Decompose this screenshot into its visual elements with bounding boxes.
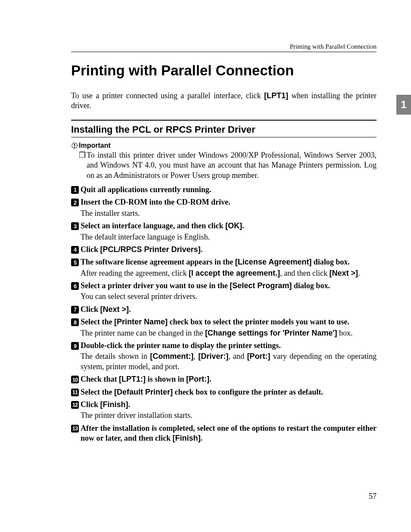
important-icon (71, 142, 78, 149)
step-title: Click [PCL/RPCS Printer Drivers]. (81, 245, 377, 255)
step-text: . (201, 434, 203, 442)
step-number-icon: 13 (71, 425, 79, 432)
running-rule (71, 52, 377, 52)
step-4: 4 Click [PCL/RPCS Printer Drivers]. (71, 245, 377, 255)
step-text: The details shown in (81, 352, 150, 361)
step-title: Select a printer driver you want to use … (81, 281, 377, 291)
step-7: 7 Click [Next >]. (71, 305, 377, 314)
section-heading: Installing the PCL or RPCS Printer Drive… (71, 124, 377, 135)
step-number-icon: 4 (71, 246, 79, 254)
license-agreement-label: [License Agreement] (235, 258, 311, 266)
bullet-icon: ❒ (79, 150, 87, 180)
step-number-icon: 11 (71, 389, 79, 396)
step-text: After reading the agreement, click (81, 269, 189, 277)
important-heading: Important (71, 142, 377, 149)
svg-rect-2 (74, 146, 75, 147)
step-body: The details shown in [Comment:], [Driver… (81, 352, 377, 372)
step-text: The printer name can be changed in the (81, 329, 205, 337)
step-title: Click [Next >]. (81, 305, 377, 314)
step-title: Insert the CD-ROM into the CD-ROM drive. (81, 197, 377, 207)
default-printer-label: [Default Printer] (114, 388, 173, 396)
accept-agreement-label: [I accept the agreement.] (189, 269, 280, 277)
lpt1-label: [LPT1:] (119, 375, 146, 383)
printer-name-label: [Printer Name] (114, 317, 168, 326)
step-text: dialog box. (311, 258, 350, 266)
svg-rect-1 (74, 144, 75, 146)
step-number-icon: 1 (71, 186, 79, 194)
step-title: After the installation is completed, sel… (81, 423, 377, 444)
step-title: Select the [Printer Name] check box to s… (81, 317, 377, 327)
step-text: . (209, 375, 212, 383)
step-text: Select an interface language, and then c… (81, 221, 225, 230)
step-title: Quit all applications currently running. (81, 185, 377, 195)
step-text: . (242, 221, 244, 230)
step-body: The printer driver installation starts. (81, 411, 377, 420)
step-number-icon: 8 (71, 318, 79, 326)
step-text: . (358, 269, 360, 277)
step-text: . (129, 305, 131, 314)
step-title: Select an interface language, and then c… (81, 221, 377, 231)
step-9: 9 Double-click the printer name to displ… (71, 341, 377, 372)
step-title: Select the [Default Printer] check box t… (81, 387, 377, 397)
step-text: check box to select the printer models y… (168, 317, 349, 326)
step-text: Click (81, 400, 100, 409)
next-label: [Next >] (100, 305, 129, 314)
step-number-icon: 2 (71, 199, 79, 206)
lpt1-label: [LPT1] (264, 91, 288, 100)
page-number: 57 (369, 492, 377, 501)
important-body: ❒ To install this printer driver under W… (79, 150, 377, 180)
step-12: 12 Click [Finish]. The printer driver in… (71, 400, 377, 421)
step-body: The default interface language is Englis… (81, 232, 377, 242)
step-body: You can select several printer drivers. (81, 292, 377, 302)
step-text: Click (81, 245, 100, 254)
step-text: . (201, 245, 203, 254)
step-number-icon: 12 (71, 401, 79, 409)
step-text: After the installation is completed, sel… (81, 424, 377, 442)
chapter-tab: 1 (396, 95, 411, 115)
step-text: Select a printer driver you want to use … (81, 281, 230, 290)
step-text: , and then click (280, 269, 329, 277)
step-title: Click [Finish]. (81, 400, 377, 410)
step-title: The software license agreement appears i… (81, 257, 377, 267)
select-program-label: [Select Program] (230, 281, 292, 290)
step-text: . (128, 400, 131, 409)
step-11: 11 Select the [Default Printer] check bo… (71, 387, 377, 397)
important-text: To install this printer driver under Win… (87, 150, 377, 180)
page-title: Printing with Parallel Connection (71, 62, 377, 79)
step-10: 10 Check that [LPT1:] is shown in [Port:… (71, 374, 377, 384)
finish-label: [Finish] (173, 434, 201, 442)
step-13: 13 After the installation is completed, … (71, 423, 377, 444)
step-number-icon: 6 (71, 282, 79, 290)
important-label: Important (79, 142, 111, 149)
step-number-icon: 9 (71, 342, 79, 350)
comment-label: [Comment:] (150, 352, 193, 361)
step-text: , and (228, 352, 247, 361)
step-1: 1 Quit all applications currently runnin… (71, 185, 377, 195)
driver-label: [Driver:] (198, 352, 228, 361)
step-5: 5 The software license agreement appears… (71, 257, 377, 278)
step-text: box. (337, 329, 352, 337)
ok-label: [OK] (225, 221, 242, 230)
next-label: [Next >] (329, 269, 358, 277)
step-text: Check that (81, 375, 119, 383)
step-text: is shown in (146, 375, 186, 383)
section-rule-top (71, 120, 377, 121)
step-text: check box to configure the printer as de… (173, 388, 323, 396)
step-text: The software license agreement appears i… (81, 258, 235, 266)
step-number-icon: 7 (71, 306, 79, 314)
step-body: After reading the agreement, click [I ac… (81, 268, 377, 278)
intro-paragraph: To use a printer connected using a paral… (71, 91, 377, 111)
step-body: The printer name can be changed in the [… (81, 328, 377, 338)
step-8: 8 Select the [Printer Name] check box to… (71, 317, 377, 338)
manual-page: Printing with Parallel Connection 1 Prin… (0, 0, 411, 532)
running-head: Printing with Parallel Connection (290, 43, 377, 50)
intro-text-pre: To use a printer connected using a paral… (71, 91, 264, 100)
finish-label: [Finish] (100, 400, 128, 409)
step-title: Check that [LPT1:] is shown in [Port:]. (81, 374, 377, 384)
step-text: Click (81, 305, 100, 314)
step-number-icon: 3 (71, 222, 79, 230)
step-number-icon: 5 (71, 258, 79, 266)
port-label: [Port:] (186, 375, 209, 383)
port-label: [Port:] (247, 352, 270, 361)
step-text: dialog box. (292, 281, 330, 290)
